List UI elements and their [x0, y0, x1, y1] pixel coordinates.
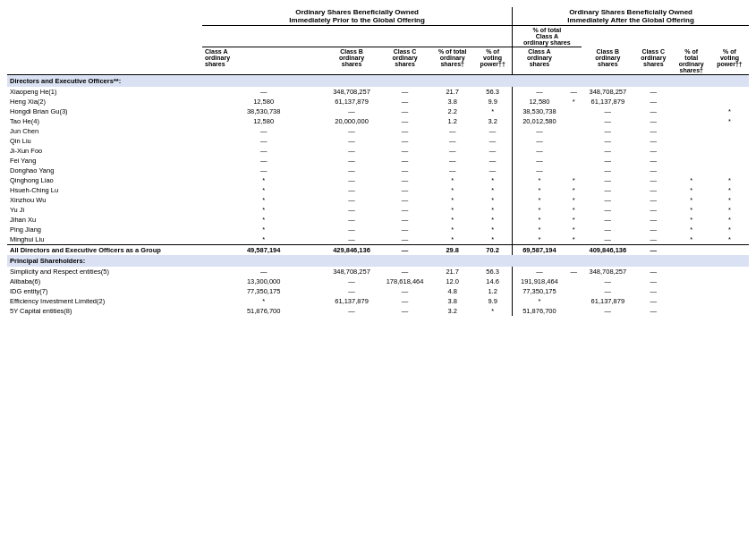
post-pct-classA: [566, 156, 582, 166]
post-pct-vote: [710, 267, 749, 277]
pre-pct-vote: *: [473, 195, 513, 205]
col-pre-classA: Class Aordinaryshares: [202, 47, 325, 75]
post-classC: —: [634, 156, 672, 166]
post-classA: 69,587,194: [513, 244, 566, 255]
pre-classA: —: [202, 156, 325, 166]
row-name: Heng Xia(2): [7, 97, 202, 106]
pre-pct-vote: *: [473, 215, 513, 225]
table-row: Jun Chen————————: [7, 126, 749, 136]
post-pct-total: [673, 97, 710, 106]
pre-classC: —: [378, 87, 432, 97]
row-name: 5Y Capital entities(8): [7, 306, 202, 316]
pre-pct-vote: 1.2: [473, 286, 513, 296]
post-pct-total: [673, 146, 710, 156]
row-name: Xiaopeng He(1): [7, 87, 202, 97]
post-classC: —: [634, 234, 672, 245]
pre-classB: 429,846,136: [325, 244, 378, 255]
post-pct-vote: *: [710, 106, 749, 116]
post-classC: —: [634, 185, 672, 195]
pre-classC: —: [378, 234, 432, 245]
col-post-pct-classA: [566, 47, 582, 75]
pre-classB: —: [325, 286, 378, 296]
pre-pct-total: 21.7: [431, 267, 473, 277]
post-pct-vote: [710, 244, 749, 255]
pre-classB: —: [325, 277, 378, 286]
post-classA: *: [513, 296, 566, 306]
pre-classC: —: [378, 215, 432, 225]
pre-pct-vote: —: [473, 126, 513, 136]
post-classC: —: [634, 175, 672, 185]
pre-classC: —: [378, 175, 432, 185]
pre-pct-vote: 14.6: [473, 277, 513, 286]
post-pct-classA: *: [566, 234, 582, 245]
row-name: Jun Chen: [7, 126, 202, 136]
post-classC: —: [634, 195, 672, 205]
pre-pct-vote: —: [473, 146, 513, 156]
table-row: Jihan Xu*——****——**: [7, 215, 749, 225]
pre-offering-group-header: Ordinary Shares Beneficially OwnedImmedi…: [202, 7, 513, 26]
pre-pct-vote: *: [473, 234, 513, 245]
post-classB: 409,846,136: [582, 244, 635, 255]
post-classB: —: [582, 146, 635, 156]
pre-pct-total: *: [431, 195, 473, 205]
pre-classB: —: [325, 146, 378, 156]
pre-pct-total: *: [431, 175, 473, 185]
pre-classB: —: [325, 126, 378, 136]
pre-pct-vote: *: [473, 185, 513, 195]
post-pct-classA: [566, 116, 582, 126]
table-row: All Directors and Executive Officers as …: [7, 244, 749, 255]
pre-pct-vote: *: [473, 205, 513, 215]
pre-classC: —: [378, 136, 432, 146]
col-post-classC: Class Cordinaryshares: [634, 47, 672, 75]
pre-classA: *: [202, 234, 325, 245]
pre-classB: —: [325, 175, 378, 185]
table-row: Tao He(4)12,58020,000,000—1.23.220,012,5…: [7, 116, 749, 126]
col-post-classA: Class Aordinaryshares: [513, 47, 566, 75]
pre-classC: —: [378, 146, 432, 156]
row-name: Qin Liu: [7, 136, 202, 146]
pre-classA: —: [202, 166, 325, 175]
post-classC: —: [634, 267, 672, 277]
pre-pct-total: —: [431, 136, 473, 146]
col-pre-pct-vote: % ofvotingpower††: [473, 47, 513, 75]
post-pct-vote: [710, 296, 749, 306]
post-classB: —: [582, 234, 635, 245]
pre-classA: *: [202, 175, 325, 185]
post-pct-total: [673, 116, 710, 126]
pre-pct-vote: *: [473, 306, 513, 316]
post-classA: —: [513, 126, 566, 136]
post-classC: —: [634, 106, 672, 116]
row-name: Minghui Liu: [7, 234, 202, 245]
post-pct-vote: *: [710, 116, 749, 126]
table-row: IDG entity(7)77,350,175——4.81.277,350,17…: [7, 286, 749, 296]
row-name: Ji-Xun Foo: [7, 146, 202, 156]
post-classB: —: [582, 225, 635, 234]
row-name: Simplicity and Respect entities(5): [7, 267, 202, 277]
post-classB: —: [582, 116, 635, 126]
post-classA: 38,530,738: [513, 106, 566, 116]
pre-classC: —: [378, 156, 432, 166]
post-classC: —: [634, 286, 672, 296]
pre-classC: —: [378, 244, 432, 255]
post-pct-total: *: [673, 175, 710, 185]
post-pct-classA: [566, 244, 582, 255]
section-header: Directors and Executive Officers**:: [7, 74, 749, 87]
post-pct-total: [673, 87, 710, 97]
post-pct-total: *: [673, 205, 710, 215]
post-classA: 12,580: [513, 97, 566, 106]
pre-pct-total: 12.0: [431, 277, 473, 286]
post-pct-total: *: [673, 234, 710, 245]
post-pct-vote: *: [710, 234, 749, 245]
pre-pct-total: 1.2: [431, 116, 473, 126]
post-classA: 20,012,580: [513, 116, 566, 126]
pre-classB: —: [325, 234, 378, 245]
post-classB: 348,708,257: [582, 267, 635, 277]
table-row: Simplicity and Respect entities(5)—348,7…: [7, 267, 749, 277]
post-pct-classA: [566, 136, 582, 146]
row-name: Hongdi Brian Gu(3): [7, 106, 202, 116]
post-classB: —: [582, 106, 635, 116]
post-classA: *: [513, 205, 566, 215]
row-name: Yu Ji: [7, 205, 202, 215]
post-pct-classA: *: [566, 205, 582, 215]
pre-pct-vote: 3.2: [473, 116, 513, 126]
